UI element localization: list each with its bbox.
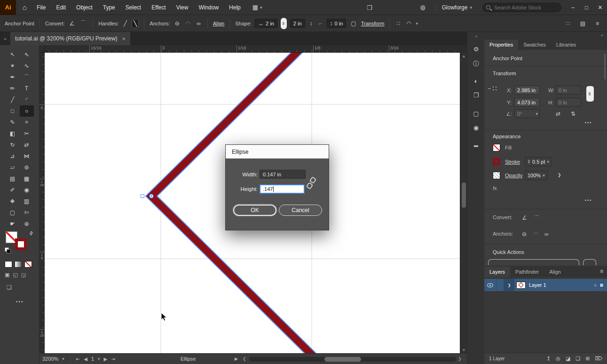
locate-object-icon[interactable]: ◎ bbox=[556, 356, 560, 362]
envelope-warp-icon[interactable]: ◠ bbox=[405, 19, 412, 28]
first-artboard-icon[interactable]: ⇤ bbox=[76, 356, 80, 362]
constrain-proportions-toggle[interactable]: ∞ bbox=[281, 18, 287, 29]
pencil-tool[interactable]: ✏ bbox=[6, 83, 20, 94]
hand-tool[interactable]: ☛ bbox=[6, 218, 20, 229]
height-input[interactable]: .147 bbox=[260, 184, 305, 194]
link-dimensions-icon[interactable] bbox=[307, 177, 315, 188]
appearance-more-options[interactable]: ••• bbox=[585, 198, 592, 203]
width-input[interactable]: 0.147 in bbox=[260, 170, 306, 179]
artboard-tool[interactable]: ▢ bbox=[6, 207, 20, 218]
canvas-horizontal-scrollbar[interactable] bbox=[249, 357, 456, 362]
new-layer-icon[interactable]: ⊞ bbox=[585, 356, 590, 362]
expand-layer-icon[interactable]: ❯ bbox=[504, 279, 514, 291]
panel-scrollbar[interactable] bbox=[604, 54, 606, 79]
show-handles-icon[interactable]: ╱ bbox=[122, 19, 128, 28]
control-menu-icon[interactable]: ≡ bbox=[594, 19, 600, 28]
bounding-box-icon[interactable]: ▢ bbox=[349, 19, 357, 28]
blend-tool[interactable]: ◉ bbox=[20, 184, 34, 196]
convert-corner-icon[interactable]: ∠ bbox=[522, 214, 527, 221]
scroll-up-icon[interactable]: ▲ bbox=[460, 53, 467, 59]
symbol-sprayer-tool[interactable]: ❖ bbox=[6, 196, 20, 207]
menu-window[interactable]: Window bbox=[193, 4, 224, 11]
connect-anchors-icon[interactable]: ∞ bbox=[195, 19, 202, 28]
remove-anchor-icon[interactable]: ⊖ bbox=[522, 231, 527, 237]
color-icon[interactable]: ◐ bbox=[471, 76, 481, 86]
draw-inside-button[interactable]: ◲ bbox=[21, 272, 26, 278]
curvature-tool[interactable]: ⌒ bbox=[20, 71, 34, 83]
transform-link[interactable]: Transform bbox=[361, 21, 385, 26]
line-tool[interactable]: ╱ bbox=[6, 94, 20, 105]
corner-radius-field[interactable]: ↕ 0 in bbox=[327, 19, 347, 28]
quick-action-button[interactable] bbox=[583, 259, 596, 265]
artboard-number[interactable]: 1 bbox=[91, 356, 94, 362]
convert-corner-icon[interactable]: ∠ bbox=[68, 19, 76, 28]
expand-panels-icon[interactable]: » bbox=[484, 32, 607, 39]
corner-anchor-icon[interactable]: ◠ bbox=[533, 231, 538, 237]
x-field[interactable]: 2.985 in bbox=[514, 86, 540, 95]
connect-anchors-icon[interactable]: ∞ bbox=[544, 231, 549, 237]
rectangle-tool[interactable]: □ bbox=[6, 105, 20, 117]
share-document-icon[interactable]: ❒ bbox=[367, 0, 372, 15]
constrain-proportions-toggle[interactable]: ∞ bbox=[586, 86, 594, 102]
stroke-color-swatch[interactable] bbox=[493, 158, 500, 166]
panel-dock-icon[interactable]: ▤ bbox=[579, 19, 587, 28]
selection-tool[interactable]: ↖ bbox=[6, 49, 20, 60]
free-transform-tool[interactable]: ▱ bbox=[6, 162, 20, 173]
tab-align[interactable]: Align bbox=[544, 267, 566, 277]
collect-export-icon[interactable]: ↥ bbox=[546, 356, 551, 362]
color-guide-icon[interactable]: ◉ bbox=[471, 123, 481, 133]
stroke-swatch[interactable] bbox=[15, 238, 27, 250]
layer-row[interactable]: ❯ Layer 1 ○ bbox=[484, 279, 607, 291]
flip-vertical-icon[interactable]: ⇅ bbox=[571, 111, 575, 117]
toolbar-more-button[interactable]: ••• bbox=[16, 299, 24, 304]
maximize-button[interactable]: □ bbox=[580, 0, 593, 15]
draw-behind-button[interactable]: ◱ bbox=[13, 272, 17, 278]
menu-file[interactable]: File bbox=[32, 4, 51, 11]
opacity-swatch[interactable] bbox=[493, 172, 500, 179]
ellipse-tool[interactable]: ○ bbox=[20, 105, 34, 117]
reference-point-selector[interactable] bbox=[492, 86, 498, 92]
shape-builder-tool[interactable]: ⊚ bbox=[20, 162, 34, 173]
convert-smooth-icon[interactable]: ⌒ bbox=[534, 214, 540, 222]
gradient-tool[interactable]: ▤ bbox=[6, 173, 20, 184]
dashed-box-icon[interactable]: ⌐ bbox=[317, 19, 323, 28]
delete-icon[interactable]: ⌦ bbox=[595, 356, 602, 362]
swap-fill-stroke-icon[interactable]: ⇄ bbox=[28, 230, 34, 237]
scroll-left-icon[interactable]: ❮ bbox=[243, 356, 246, 361]
document-tab[interactable]: tutorial.ai @ 3200% (RGB/GPU Preview) × bbox=[10, 32, 130, 45]
menu-help[interactable]: Help bbox=[224, 4, 246, 11]
menu-view[interactable]: View bbox=[171, 4, 194, 11]
previous-artboard-icon[interactable]: ◀ bbox=[84, 356, 87, 362]
hide-handles-icon[interactable]: ╲ bbox=[132, 19, 139, 28]
corner-anchor-icon[interactable]: ◠ bbox=[184, 19, 192, 28]
scroll-down-icon[interactable]: ▼ bbox=[460, 347, 467, 353]
panel-menu-icon[interactable]: ≡ bbox=[600, 268, 603, 275]
type-tool[interactable]: T bbox=[20, 83, 34, 94]
canvas-vertical-scrollbar[interactable]: ▲ ▼ bbox=[460, 53, 467, 353]
stepper-arrows[interactable]: ▲▼ bbox=[528, 159, 530, 164]
workspace-switcher[interactable]: Glowforge ▾ bbox=[436, 3, 478, 12]
shape-height-field[interactable]: 2 in bbox=[290, 19, 305, 28]
opacity-dropdown[interactable]: 100%▾ bbox=[525, 171, 548, 180]
quick-action-button[interactable] bbox=[488, 259, 579, 265]
tab-swatches[interactable]: Swatches bbox=[518, 40, 551, 50]
fx-label[interactable]: fx. bbox=[493, 185, 498, 191]
shape-width-field[interactable]: ↔ 2 in bbox=[255, 19, 277, 28]
status-expand-icon[interactable]: ▶ bbox=[235, 356, 238, 361]
stroke-weight-stepper[interactable]: ▲▼ 0.5 pt ▾ bbox=[525, 157, 552, 166]
visibility-toggle[interactable] bbox=[484, 279, 497, 291]
swatches-icon[interactable]: ▢ bbox=[471, 109, 481, 119]
vertical-scroll-thumb[interactable] bbox=[462, 182, 466, 208]
lasso-tool[interactable]: ∿ bbox=[20, 60, 34, 71]
layer-name[interactable]: Layer 1 bbox=[529, 282, 546, 288]
slice-tool[interactable]: ✄ bbox=[20, 207, 34, 218]
app-logo[interactable]: Ai bbox=[0, 0, 16, 15]
mesh-tool[interactable]: ▦ bbox=[20, 173, 34, 184]
dialog-title-bar[interactable]: Ellipse bbox=[226, 145, 329, 158]
menu-type[interactable]: Type bbox=[98, 4, 120, 11]
zoom-level[interactable]: 3200% bbox=[42, 356, 58, 362]
ok-button[interactable]: OK bbox=[233, 205, 276, 216]
adobe-stock-search-input[interactable] bbox=[482, 3, 561, 12]
draw-normal-button[interactable]: ▣ bbox=[5, 272, 9, 278]
next-artboard-icon[interactable]: ▶ bbox=[104, 356, 108, 362]
